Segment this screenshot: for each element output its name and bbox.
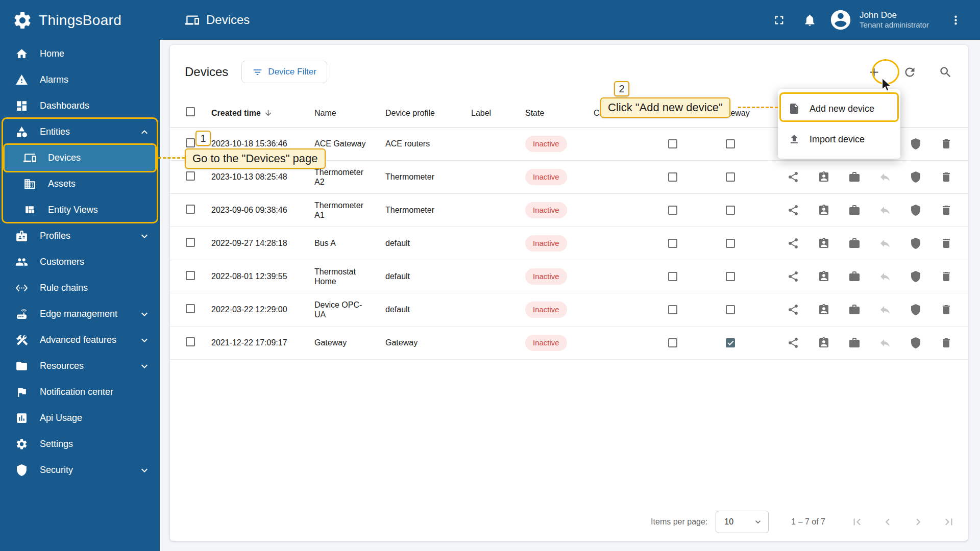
manage-credentials-button[interactable] bbox=[843, 298, 866, 321]
security-button[interactable] bbox=[904, 332, 927, 354]
public-checkbox[interactable] bbox=[668, 172, 677, 182]
share-button[interactable] bbox=[782, 298, 804, 321]
sidebar-item-entity-views[interactable]: Entity Views bbox=[0, 197, 160, 223]
select-all-checkbox[interactable] bbox=[186, 107, 195, 116]
assign-to-customer-button[interactable] bbox=[813, 232, 835, 255]
sidebar-item-edge-management[interactable]: Edge management bbox=[0, 301, 160, 327]
sidebar-item-assets[interactable]: Assets bbox=[0, 171, 160, 197]
assign-to-customer-button[interactable] bbox=[813, 298, 835, 321]
public-checkbox[interactable] bbox=[668, 239, 677, 248]
column-header[interactable]: Label bbox=[461, 108, 515, 118]
sidebar-item-entities[interactable]: Entities bbox=[0, 119, 160, 145]
more-menu-button[interactable] bbox=[944, 9, 967, 31]
column-header[interactable]: Device profile bbox=[375, 108, 461, 118]
sidebar-item-advanced-features[interactable]: Advanced features bbox=[0, 327, 160, 353]
share-button[interactable] bbox=[782, 332, 804, 354]
unassign-button[interactable] bbox=[874, 199, 896, 221]
column-header[interactable]: Name bbox=[304, 108, 375, 118]
security-button[interactable] bbox=[904, 265, 927, 288]
first-page-button[interactable] bbox=[846, 511, 868, 533]
sidebar-item-devices[interactable]: Devices bbox=[4, 145, 156, 171]
app-logo[interactable]: ThingsBoard bbox=[0, 0, 160, 41]
sidebar-item-profiles[interactable]: Profiles bbox=[0, 223, 160, 249]
gateway-checkbox[interactable] bbox=[726, 338, 735, 347]
delete-button[interactable] bbox=[935, 298, 958, 321]
sidebar-item-dashboards[interactable]: Dashboards bbox=[0, 93, 160, 119]
sidebar-item-alarms[interactable]: Alarms bbox=[0, 67, 160, 93]
sidebar-item-home[interactable]: Home bbox=[0, 41, 160, 67]
assign-to-customer-button[interactable] bbox=[813, 265, 835, 288]
share-button[interactable] bbox=[782, 166, 804, 188]
security-button[interactable] bbox=[904, 298, 927, 321]
device-filter-button[interactable]: Device Filter bbox=[241, 61, 327, 83]
manage-credentials-button[interactable] bbox=[843, 232, 866, 255]
manage-credentials-button[interactable] bbox=[843, 265, 866, 288]
row-checkbox[interactable] bbox=[186, 337, 195, 346]
column-header[interactable]: Public bbox=[634, 108, 711, 118]
delete-button[interactable] bbox=[935, 265, 958, 288]
menu-item-add-new-device[interactable]: Add new device bbox=[778, 93, 900, 124]
fullscreen-button[interactable] bbox=[768, 9, 790, 31]
share-button[interactable] bbox=[782, 232, 804, 255]
gateway-checkbox[interactable] bbox=[726, 172, 735, 182]
column-header[interactable]: State bbox=[515, 108, 583, 118]
gateway-checkbox[interactable] bbox=[726, 139, 735, 148]
assign-to-customer-button[interactable] bbox=[813, 199, 835, 221]
row-checkbox[interactable] bbox=[186, 138, 195, 147]
items-per-page-select[interactable]: 10 bbox=[716, 511, 769, 533]
public-checkbox[interactable] bbox=[668, 305, 677, 314]
unassign-button[interactable] bbox=[874, 332, 896, 354]
unassign-button[interactable] bbox=[874, 232, 896, 255]
gateway-checkbox[interactable] bbox=[726, 206, 735, 215]
notifications-button[interactable] bbox=[798, 9, 821, 31]
column-header[interactable]: Created time bbox=[201, 108, 304, 118]
sidebar-item-rule-chains[interactable]: Rule chains bbox=[0, 275, 160, 301]
sidebar-item-settings[interactable]: Settings bbox=[0, 431, 160, 457]
refresh-button[interactable] bbox=[898, 61, 921, 83]
security-button[interactable] bbox=[904, 232, 927, 255]
gateway-checkbox[interactable] bbox=[726, 305, 735, 314]
row-checkbox[interactable] bbox=[186, 205, 195, 214]
sidebar-item-api-usage[interactable]: Api Usage bbox=[0, 405, 160, 431]
security-button[interactable] bbox=[904, 166, 927, 188]
unassign-button[interactable] bbox=[874, 265, 896, 288]
public-checkbox[interactable] bbox=[668, 206, 677, 215]
delete-button[interactable] bbox=[935, 133, 958, 155]
share-button[interactable] bbox=[782, 199, 804, 221]
previous-page-button[interactable] bbox=[876, 511, 899, 533]
last-page-button[interactable] bbox=[938, 511, 960, 533]
delete-button[interactable] bbox=[935, 232, 958, 255]
assign-to-customer-button[interactable] bbox=[813, 332, 835, 354]
sidebar-item-resources[interactable]: Resources bbox=[0, 353, 160, 379]
share-button[interactable] bbox=[782, 265, 804, 288]
sidebar-item-security[interactable]: Security bbox=[0, 457, 160, 483]
manage-credentials-button[interactable] bbox=[843, 199, 866, 221]
unassign-button[interactable] bbox=[874, 298, 896, 321]
public-checkbox[interactable] bbox=[668, 338, 677, 347]
delete-button[interactable] bbox=[935, 199, 958, 221]
manage-credentials-button[interactable] bbox=[843, 166, 866, 188]
delete-button[interactable] bbox=[935, 166, 958, 188]
public-checkbox[interactable] bbox=[668, 272, 677, 281]
row-checkbox[interactable] bbox=[186, 171, 195, 181]
manage-credentials-button[interactable] bbox=[843, 332, 866, 354]
next-page-button[interactable] bbox=[907, 511, 929, 533]
menu-item-import-device[interactable]: Import device bbox=[778, 124, 900, 155]
sidebar-item-customers[interactable]: Customers bbox=[0, 249, 160, 275]
row-checkbox[interactable] bbox=[186, 238, 195, 247]
security-button[interactable] bbox=[904, 199, 927, 221]
delete-button[interactable] bbox=[935, 332, 958, 354]
sidebar-item-notification-center[interactable]: Notification center bbox=[0, 379, 160, 405]
gateway-checkbox[interactable] bbox=[726, 239, 735, 248]
avatar[interactable] bbox=[829, 8, 852, 32]
gateway-checkbox[interactable] bbox=[726, 272, 735, 281]
security-button[interactable] bbox=[904, 133, 927, 155]
unassign-button[interactable] bbox=[874, 166, 896, 188]
public-checkbox[interactable] bbox=[668, 139, 677, 148]
column-header[interactable]: Customer bbox=[583, 108, 634, 118]
column-header[interactable]: Is gateway bbox=[711, 108, 749, 118]
user-info[interactable]: John Doe Tenant administrator bbox=[860, 10, 929, 30]
search-button[interactable] bbox=[934, 61, 957, 83]
row-checkbox[interactable] bbox=[186, 304, 195, 313]
row-checkbox[interactable] bbox=[186, 271, 195, 280]
